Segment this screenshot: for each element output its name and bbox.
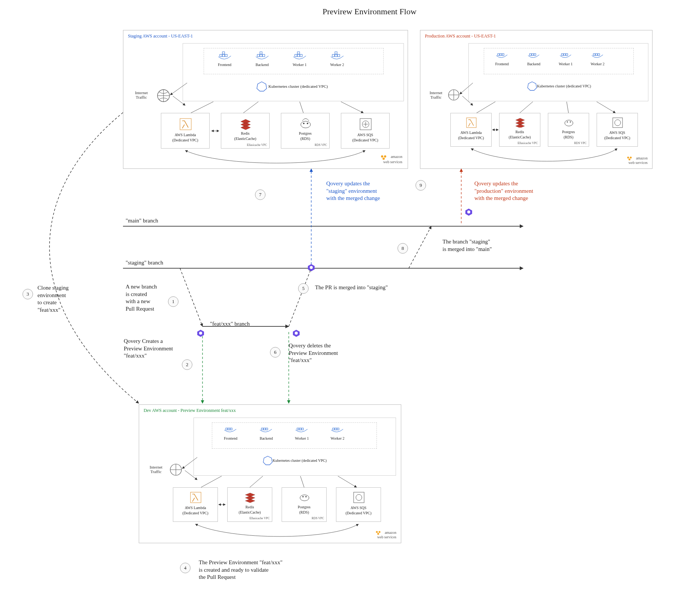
svg-rect-59 xyxy=(228,428,230,430)
svg-rect-61 xyxy=(261,428,263,430)
step-8-num: 8 xyxy=(398,243,408,254)
env-dev: Dev AWS account - Preview Environment fe… xyxy=(139,404,401,543)
svg-rect-23 xyxy=(335,52,337,54)
svg-rect-43 xyxy=(566,54,568,56)
svg-point-73 xyxy=(302,496,304,497)
svg-rect-58 xyxy=(226,428,228,430)
step-6-text: Qovery deletes the Preview Environment "… xyxy=(289,342,360,364)
svg-rect-15 xyxy=(260,52,262,54)
globe-icon xyxy=(156,89,171,103)
svg-rect-63 xyxy=(266,428,268,430)
svg-rect-21 xyxy=(335,54,337,57)
svg-rect-67 xyxy=(333,428,334,430)
env-production: Production AWS account - US-EAST-1 Inter… xyxy=(420,30,652,169)
svg-rect-71 xyxy=(190,492,201,503)
diagram-title: Previrew Environment Flow xyxy=(322,7,417,17)
svg-rect-19 xyxy=(297,52,300,54)
step-9-num: 9 xyxy=(416,180,426,191)
pod-worker1: Worker 1 xyxy=(289,424,315,440)
svg-rect-68 xyxy=(335,428,337,430)
diagram-canvas: Previrew Environment Flow Staging AWS ac… xyxy=(0,0,675,616)
sqs-icon xyxy=(353,491,365,503)
svc-postgres: Postgres(RDS)RDS VPC xyxy=(548,113,589,147)
svg-marker-70 xyxy=(263,456,272,465)
qovery-icon xyxy=(308,264,315,271)
k8s-label: Kubernetes cluster (dedicated VPC) xyxy=(514,81,604,91)
globe-icon xyxy=(169,463,183,476)
svg-rect-22 xyxy=(338,54,340,57)
docker-icon xyxy=(591,49,605,60)
redis-icon xyxy=(514,116,526,128)
k8s-icon xyxy=(263,455,273,465)
svg-point-79 xyxy=(377,533,379,535)
svg-rect-37 xyxy=(502,54,504,56)
postgres-icon xyxy=(298,491,310,503)
pod-worker1: Worker 1 xyxy=(554,49,578,66)
svg-marker-24 xyxy=(257,82,267,91)
svg-point-26 xyxy=(301,121,310,128)
aws-icon xyxy=(626,156,636,161)
docker-icon xyxy=(217,49,232,60)
svc-sqs: AWS SQS(Dedicated VPC) xyxy=(597,113,638,147)
lambda-icon xyxy=(190,491,202,503)
svg-rect-41 xyxy=(561,54,563,56)
pod-frontend: Frontend xyxy=(490,49,514,66)
svg-rect-14 xyxy=(262,54,265,57)
svg-point-72 xyxy=(300,495,309,501)
svg-rect-44 xyxy=(593,54,595,56)
pod-worker2: Worker 2 xyxy=(324,49,350,67)
svc-sqs: AWS SQS(Dedicated VPC) xyxy=(336,487,381,522)
docker-icon xyxy=(254,49,270,60)
svg-rect-69 xyxy=(337,428,339,430)
svg-rect-62 xyxy=(264,428,266,430)
svg-rect-12 xyxy=(257,54,260,57)
internet-traffic-label: Internet Traffic xyxy=(426,90,446,99)
pod-worker2: Worker 2 xyxy=(325,424,350,440)
k8s-icon xyxy=(256,81,267,92)
redis-icon xyxy=(239,117,252,130)
svg-rect-13 xyxy=(260,54,262,57)
amazon-logo: amazon web services xyxy=(380,155,402,164)
docker-icon xyxy=(259,424,274,434)
svg-point-76 xyxy=(356,494,362,500)
svg-rect-38 xyxy=(530,54,531,56)
docker-icon xyxy=(527,49,541,60)
pod-frontend: Frontend xyxy=(218,424,243,440)
svg-rect-35 xyxy=(498,54,500,56)
docker-icon xyxy=(330,424,345,434)
step-4-num: 4 xyxy=(180,563,190,573)
svg-rect-17 xyxy=(297,54,300,57)
step-5-num: 5 xyxy=(298,283,309,294)
qovery-icon xyxy=(292,329,300,337)
svg-point-78 xyxy=(378,531,380,533)
sqs-icon xyxy=(359,118,372,131)
svg-point-51 xyxy=(570,121,571,122)
svc-sqs: AWS SQS (Dedicated VPC) xyxy=(341,113,390,149)
k8s-label: Kubernetes cluster (dedicated VPC) xyxy=(243,81,341,92)
svg-point-54 xyxy=(627,157,629,159)
internet-traffic-label: Internet Traffic xyxy=(145,465,167,474)
svg-point-77 xyxy=(376,531,378,533)
step-5-text: The PR is merged into "staging" xyxy=(315,284,412,291)
svg-point-56 xyxy=(628,159,630,161)
aws-icon xyxy=(375,530,385,535)
env-prod-title: Production AWS account - US-EAST-1 xyxy=(425,33,496,39)
svg-rect-25 xyxy=(180,119,191,130)
svg-point-74 xyxy=(305,496,307,497)
svc-postgres: Postgres(RDS)RDS VPC xyxy=(282,487,327,522)
pod-backend: Backend xyxy=(522,49,546,66)
globe-icon xyxy=(447,89,460,101)
qovery-icon xyxy=(465,208,472,216)
svc-postgres: Postgres (RDS) RDS VPC xyxy=(281,113,330,149)
pod-worker1: Worker 1 xyxy=(286,49,313,67)
step-3-text: Clone staging environment to create "fea… xyxy=(38,284,94,314)
lambda-icon xyxy=(466,117,477,128)
svg-rect-8 xyxy=(220,54,222,57)
svg-rect-18 xyxy=(300,54,302,57)
svg-rect-11 xyxy=(222,52,225,54)
step-2-num: 2 xyxy=(182,359,192,370)
step-1-text: A new branch is created with a new Pull … xyxy=(126,283,178,313)
svg-rect-66 xyxy=(302,428,303,430)
svg-rect-45 xyxy=(596,54,597,56)
svg-rect-52 xyxy=(613,118,622,128)
